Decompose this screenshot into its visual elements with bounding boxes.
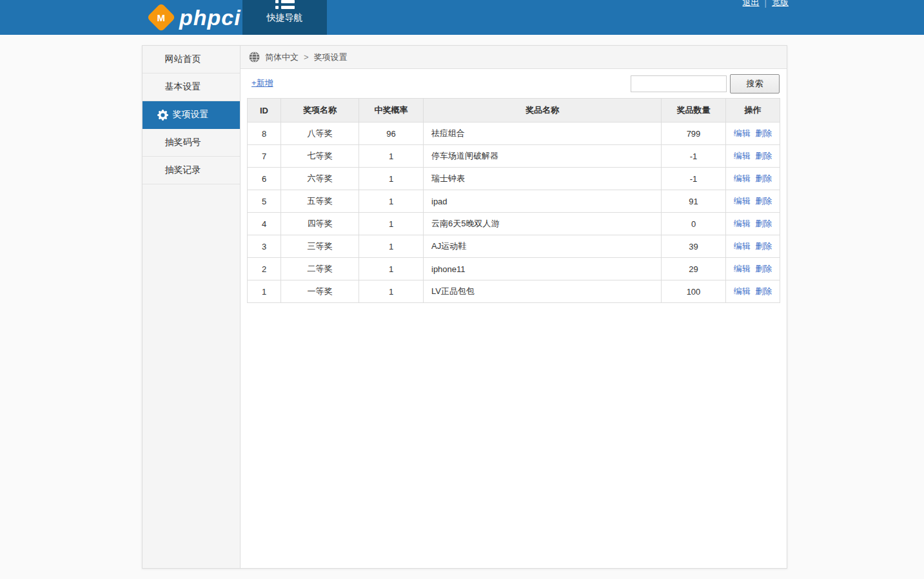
wide-version-link[interactable]: 宽版 (772, 0, 789, 8)
cell-prize-name: 一等奖 (281, 280, 359, 303)
main-content: 简体中文 > 奖项设置 +新增 搜索 ID奖项名称中奖概率奖品名称奖品数量操作 … (241, 46, 787, 568)
edit-link[interactable]: 编辑 (734, 286, 751, 296)
edit-link[interactable]: 编辑 (734, 151, 751, 161)
delete-link[interactable]: 删除 (755, 219, 772, 228)
cell-probability: 1 (359, 168, 424, 190)
cell-prize-name: 八等奖 (281, 123, 359, 145)
search-group: 搜索 (631, 74, 780, 93)
cell-id: 7 (248, 145, 281, 168)
cell-id: 3 (248, 235, 281, 258)
cell-award-name: ipad (424, 190, 662, 213)
column-header-2: 中奖概率 (359, 99, 424, 123)
sidebar-item-4[interactable]: 抽奖记录 (143, 157, 240, 184)
cell-probability: 1 (359, 145, 424, 168)
edit-link[interactable]: 编辑 (734, 128, 751, 138)
cell-prize-name: 三等奖 (281, 235, 359, 258)
logo-mark-letter: M (157, 12, 166, 23)
sidebar-item-label: 奖项设置 (173, 109, 209, 121)
cell-prize-name: 六等奖 (281, 168, 359, 190)
cell-quantity: 0 (662, 213, 726, 235)
sidebar-item-1[interactable]: 基本设置 (143, 74, 240, 101)
prize-table: ID奖项名称中奖概率奖品名称奖品数量操作 8 八等奖 96 祛痘组合 799 编… (247, 98, 780, 303)
column-header-5: 操作 (726, 99, 780, 123)
delete-link[interactable]: 删除 (755, 241, 772, 251)
table-row: 2 二等奖 1 iphone11 29 编辑 删除 (248, 258, 780, 280)
table-row: 3 三等奖 1 AJ运动鞋 39 编辑 删除 (248, 235, 780, 258)
cell-id: 5 (248, 190, 281, 213)
cell-quantity: 799 (662, 123, 726, 145)
logo-text: phpci (179, 5, 241, 30)
cell-actions: 编辑 删除 (726, 258, 780, 280)
logo-mark-icon: M (146, 3, 175, 32)
cell-id: 1 (248, 280, 281, 303)
cell-probability: 1 (359, 258, 424, 280)
cell-id: 2 (248, 258, 281, 280)
delete-link[interactable]: 删除 (755, 173, 772, 183)
cell-actions: 编辑 删除 (726, 145, 780, 168)
quick-nav-label: 快捷导航 (242, 12, 327, 24)
top-header: M phpci 快捷导航 退出 | 宽版 (0, 0, 924, 35)
quick-nav-tab[interactable]: 快捷导航 (242, 0, 327, 35)
cell-actions: 编辑 删除 (726, 168, 780, 190)
logout-link[interactable]: 退出 (743, 0, 760, 8)
cell-prize-name: 二等奖 (281, 258, 359, 280)
cell-actions: 编辑 删除 (726, 123, 780, 145)
cell-actions: 编辑 删除 (726, 235, 780, 258)
breadcrumb: 简体中文 > 奖项设置 (241, 46, 787, 69)
add-new-link[interactable]: +新增 (251, 77, 273, 89)
cell-id: 4 (248, 213, 281, 235)
cell-quantity: -1 (662, 145, 726, 168)
delete-link[interactable]: 删除 (755, 128, 772, 138)
column-header-0: ID (248, 99, 281, 123)
links-separator: | (765, 0, 767, 8)
cell-quantity: 39 (662, 235, 726, 258)
edit-link[interactable]: 编辑 (734, 264, 751, 273)
table-row: 8 八等奖 96 祛痘组合 799 编辑 删除 (248, 123, 780, 145)
cell-probability: 1 (359, 280, 424, 303)
toolbar: +新增 搜索 (241, 69, 787, 98)
sidebar: 网站首页 基本设置 奖项设置 抽奖码号 抽奖记录 (143, 46, 241, 568)
search-input[interactable] (631, 75, 727, 92)
cell-prize-name: 五等奖 (281, 190, 359, 213)
app-logo: M phpci (148, 0, 241, 35)
header-links: 退出 | 宽版 (743, 0, 789, 8)
sidebar-item-label: 抽奖记录 (165, 164, 201, 176)
cell-award-name: LV正品包包 (424, 280, 662, 303)
edit-link[interactable]: 编辑 (734, 173, 751, 183)
cell-award-name: 祛痘组合 (424, 123, 662, 145)
cell-actions: 编辑 删除 (726, 213, 780, 235)
table-row: 4 四等奖 1 云南6天5晚双人游 0 编辑 删除 (248, 213, 780, 235)
cell-actions: 编辑 删除 (726, 280, 780, 303)
delete-link[interactable]: 删除 (755, 196, 772, 206)
globe-icon (249, 52, 260, 63)
delete-link[interactable]: 删除 (755, 286, 772, 296)
search-button[interactable]: 搜索 (730, 74, 780, 93)
cell-quantity: 91 (662, 190, 726, 213)
cell-award-name: AJ运动鞋 (424, 235, 662, 258)
cell-probability: 1 (359, 235, 424, 258)
list-icon (275, 0, 295, 9)
cell-quantity: 29 (662, 258, 726, 280)
table-body: 8 八等奖 96 祛痘组合 799 编辑 删除 7 七等奖 1 停车场道闸破解器… (248, 123, 780, 303)
breadcrumb-page: 奖项设置 (314, 52, 348, 63)
column-header-1: 奖项名称 (281, 99, 359, 123)
delete-link[interactable]: 删除 (755, 151, 772, 161)
edit-link[interactable]: 编辑 (734, 196, 751, 206)
cell-award-name: 停车场道闸破解器 (424, 145, 662, 168)
cell-prize-name: 四等奖 (281, 213, 359, 235)
delete-link[interactable]: 删除 (755, 264, 772, 273)
sidebar-item-2[interactable]: 奖项设置 (143, 101, 240, 129)
page-container: 网站首页 基本设置 奖项设置 抽奖码号 抽奖记录 (142, 45, 787, 569)
table-row: 6 六等奖 1 瑞士钟表 -1 编辑 删除 (248, 168, 780, 190)
cell-probability: 96 (359, 123, 424, 145)
cell-id: 6 (248, 168, 281, 190)
breadcrumb-language: 简体中文 (265, 52, 299, 63)
edit-link[interactable]: 编辑 (734, 241, 751, 251)
table-wrap: ID奖项名称中奖概率奖品名称奖品数量操作 8 八等奖 96 祛痘组合 799 编… (247, 98, 780, 303)
cell-probability: 1 (359, 190, 424, 213)
cell-award-name: 云南6天5晚双人游 (424, 213, 662, 235)
sidebar-item-3[interactable]: 抽奖码号 (143, 129, 240, 157)
sidebar-item-0[interactable]: 网站首页 (143, 46, 240, 74)
cell-quantity: -1 (662, 168, 726, 190)
edit-link[interactable]: 编辑 (734, 219, 751, 228)
